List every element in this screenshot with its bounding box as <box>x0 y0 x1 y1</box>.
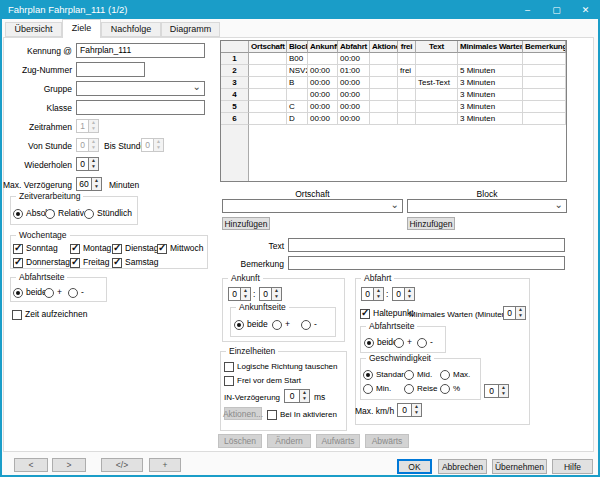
table-cell[interactable] <box>370 101 398 113</box>
abbrechen-button[interactable]: Abbrechen <box>438 459 487 474</box>
radio-abfahrtseite-minus[interactable]: - <box>68 287 84 298</box>
table-cell[interactable] <box>523 89 566 101</box>
radio-reise[interactable]: Reise <box>404 383 437 394</box>
table-cell[interactable] <box>308 53 338 65</box>
spinner-down-icon[interactable]: ▼ <box>412 410 421 416</box>
spinner-down-icon[interactable]: ▼ <box>241 294 250 300</box>
radio-abfahrt-seite-beide[interactable]: beide <box>364 337 398 348</box>
table-cell[interactable]: 5 Minuten <box>458 65 523 77</box>
table-header-cell[interactable]: Abfahrt <box>338 41 370 53</box>
checkbox-zeit-aufzeichnen[interactable]: Zeit aufzeichnen <box>12 309 87 320</box>
min-warten-spinner[interactable]: 0 ▲▼ <box>503 306 526 320</box>
table-cell[interactable]: frei <box>398 65 416 77</box>
table-cell[interactable] <box>398 89 416 101</box>
table-cell[interactable] <box>398 77 416 89</box>
table-row[interactable]: 6D00:0000:003 Minuten <box>221 113 566 125</box>
table-cell[interactable]: 3 Minuten <box>458 77 523 89</box>
spinner-down-icon[interactable]: ▼ <box>300 396 309 402</box>
table-row[interactable]: 2NSV200:0001:00frei5 Minuten <box>221 65 566 77</box>
table-cell[interactable]: B00 <box>287 53 308 65</box>
spinner-down-icon[interactable]: ▼ <box>89 164 98 170</box>
table-row[interactable]: 5C00:0000:003 Minuten <box>221 101 566 113</box>
table-cell[interactable] <box>249 89 287 101</box>
table-cell[interactable] <box>249 113 287 125</box>
checkbox-mittwoch[interactable]: Mittwoch <box>157 243 204 254</box>
table-header-cell[interactable]: Ankunft <box>308 41 338 53</box>
radio-standard[interactable]: Standard <box>363 369 408 380</box>
add-button[interactable]: + <box>149 458 181 472</box>
table-cell[interactable] <box>249 65 287 77</box>
spinner-down-icon[interactable]: ▼ <box>516 313 525 319</box>
gruppe-select[interactable]: ⌄ <box>76 81 205 96</box>
radio-abfahrtseite-plus[interactable]: + <box>44 287 62 298</box>
tab-uebersicht[interactable]: Übersicht <box>5 22 62 37</box>
radio-min[interactable]: Min. <box>363 383 391 394</box>
table-cell[interactable] <box>398 113 416 125</box>
table-cell[interactable] <box>398 101 416 113</box>
block-select[interactable]: ⌄ <box>407 199 567 213</box>
table-cell[interactable] <box>416 65 458 77</box>
table-cell[interactable]: B <box>287 77 308 89</box>
table-cell[interactable] <box>398 53 416 65</box>
in-verzoegerung-spinner[interactable]: 0 ▲▼ <box>284 389 310 403</box>
max-kmh-spinner[interactable]: 0 ▲▼ <box>397 403 422 417</box>
radio-ankunftseite-plus[interactable]: + <box>272 319 290 330</box>
spinner-down-icon[interactable]: ▼ <box>92 184 101 190</box>
checkbox-logische-richtung[interactable]: Logische Richtung tauschen <box>224 361 338 372</box>
table-cell[interactable]: 00:00 <box>338 53 370 65</box>
table-cell[interactable]: 3 Minuten <box>458 101 523 113</box>
table-cell[interactable] <box>370 53 398 65</box>
table-header-cell[interactable]: Text <box>416 41 458 53</box>
minimize-button[interactable]: – <box>513 0 542 19</box>
table-cell[interactable]: 00:00 <box>308 65 338 77</box>
table-cell[interactable]: 00:00 <box>338 89 370 101</box>
prev-button[interactable]: < <box>14 458 48 472</box>
table-cell[interactable]: 3 Minuten <box>458 89 523 101</box>
table-cell[interactable]: D <box>287 113 308 125</box>
table-cell[interactable] <box>370 113 398 125</box>
hinzufuegen-block-button[interactable]: Hinzufügen <box>407 217 455 230</box>
kennung-input[interactable]: Fahrplan_111 <box>76 43 205 58</box>
text-input[interactable] <box>288 238 565 252</box>
table-cell[interactable] <box>458 53 523 65</box>
table-cell[interactable]: 00:00 <box>308 101 338 113</box>
tab-ziele[interactable]: Ziele <box>62 19 101 38</box>
close-button[interactable]: ✕ <box>571 0 600 19</box>
radio-prozent[interactable]: % <box>440 383 460 394</box>
title-bar[interactable]: Fahrplan Fahrplan_111 (1/2) – ▢ ✕ <box>0 0 600 19</box>
next-button[interactable]: > <box>52 458 86 472</box>
row-header-cell[interactable]: 5 <box>221 101 249 113</box>
row-header-cell[interactable]: 4 <box>221 89 249 101</box>
abfahrt-stunde-spinner[interactable]: 0 ▲▼ <box>361 287 384 301</box>
spinner-down-icon[interactable]: ▼ <box>499 391 508 397</box>
prozent-spinner[interactable]: 0 ▲▼ <box>484 384 509 398</box>
row-header-cell[interactable]: 6 <box>221 113 249 125</box>
table-cell[interactable]: 00:00 <box>338 77 370 89</box>
checkbox-sonntag[interactable]: Sonntag <box>13 243 58 254</box>
table-corner-cell[interactable] <box>221 41 249 53</box>
table-row[interactable]: 3B00:0000:00Test-Text3 Minuten <box>221 77 566 89</box>
maximize-button[interactable]: ▢ <box>542 0 571 19</box>
row-header-cell[interactable]: 1 <box>221 53 249 65</box>
spinner-down-icon[interactable]: ▼ <box>405 294 414 300</box>
hinzufuegen-ortschaft-button[interactable]: Hinzufügen <box>222 217 270 230</box>
table-cell[interactable]: 01:00 <box>338 65 370 77</box>
table-cell[interactable]: 00:00 <box>338 113 370 125</box>
row-header-cell[interactable]: 3 <box>221 77 249 89</box>
radio-ankunftseite-beide[interactable]: beide <box>234 319 268 330</box>
radio-max[interactable]: Max. <box>440 369 470 380</box>
tab-nachfolge[interactable]: Nachfolge <box>101 22 161 37</box>
wiederholen-spinner[interactable]: 0 ▲▼ <box>76 157 99 171</box>
checkbox-frei-vor-start[interactable]: Frei vor dem Start <box>224 375 301 386</box>
table-cell[interactable] <box>523 101 566 113</box>
radio-relativ[interactable]: Relativ <box>45 208 84 219</box>
checkbox-montag[interactable]: Montag <box>70 243 111 254</box>
table-cell[interactable] <box>523 77 566 89</box>
spinner-down-icon[interactable]: ▼ <box>374 294 383 300</box>
ankunft-minute-spinner[interactable]: 0 ▲▼ <box>259 287 282 301</box>
table-cell[interactable]: 00:00 <box>308 89 338 101</box>
hilfe-button[interactable]: Hilfe <box>552 459 593 474</box>
uebernehmen-button[interactable]: Übernehmen <box>492 459 547 474</box>
table-cell[interactable] <box>416 89 458 101</box>
table-cell[interactable]: Test-Text <box>416 77 458 89</box>
